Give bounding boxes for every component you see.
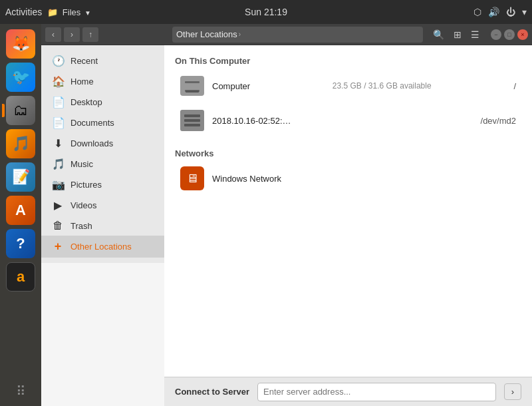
- sidebar-item-downloads[interactable]: ⬇ Downloads: [41, 133, 164, 154]
- close-button[interactable]: ×: [517, 29, 528, 40]
- music-icon: 🎵: [52, 158, 64, 170]
- home-icon: 🏠: [52, 75, 64, 88]
- windows-network-name: Windows Network: [212, 174, 281, 184]
- sidebar-item-documents[interactable]: 📄 Documents: [41, 112, 164, 133]
- power-topbar-icon[interactable]: ⏻: [506, 7, 515, 17]
- files-menu[interactable]: 📁 Files ▼: [47, 7, 91, 17]
- raid-name: 2018.10.16-02:52:…: [212, 116, 291, 126]
- window-controls: − □ ×: [491, 29, 528, 40]
- minimize-button[interactable]: −: [491, 29, 501, 40]
- on-this-computer-title: On This Computer: [175, 56, 521, 66]
- dock-files[interactable]: 🗂: [6, 96, 35, 125]
- sidebar-item-home[interactable]: 🏠 Home: [41, 71, 164, 92]
- computer-meta: 23.5 GB / 31.6 GB available: [250, 81, 513, 91]
- up-button[interactable]: ↑: [82, 27, 98, 42]
- dock-firefox[interactable]: 🦊: [6, 29, 35, 59]
- other-locations-icon: +: [52, 240, 64, 254]
- file-content-main: On This Computer Computer 23.5 GB / 31.6…: [164, 45, 532, 377]
- documents-icon: 📄: [52, 116, 64, 129]
- sidebar-item-recent[interactable]: 🕐 Recent: [41, 51, 164, 71]
- videos-icon: ▶: [52, 199, 64, 212]
- file-manager: ‹ › ↑ 🕐 Recent 🏠 Home 📄 Desktop 📄: [41, 24, 532, 406]
- location-bar[interactable]: Other Locations ›: [172, 27, 423, 43]
- connect-label: Connect to Server: [175, 387, 249, 397]
- search-button[interactable]: 🔍: [430, 28, 448, 41]
- connect-arrow-button[interactable]: ›: [504, 383, 521, 400]
- dock-rhythmbox[interactable]: 🎵: [6, 129, 35, 158]
- view-grid-button[interactable]: ⊞: [450, 28, 465, 41]
- raid-path: /dev/md2: [481, 116, 516, 126]
- sidebar-item-music[interactable]: 🎵 Music: [41, 154, 164, 174]
- windows-network-icon: 🖥: [180, 166, 204, 190]
- computer-entry[interactable]: Computer 23.5 GB / 31.6 GB available /: [175, 69, 521, 103]
- file-content: On This Computer Computer 23.5 GB / 31.6…: [164, 45, 532, 406]
- computer-path: /: [513, 81, 516, 91]
- sidebar-item-other-locations[interactable]: + Other Locations: [41, 236, 164, 258]
- sidebar-item-desktop[interactable]: 📄 Desktop: [41, 92, 164, 112]
- computer-row: Computer 23.5 GB / 31.6 GB available /: [212, 81, 516, 91]
- desktop-icon: 📄: [52, 96, 64, 108]
- windows-network-entry[interactable]: 🖥 Windows Network: [175, 161, 521, 196]
- activities-button[interactable]: Activities: [5, 7, 42, 17]
- sidebar-item-videos[interactable]: ▶ Videos: [41, 195, 164, 216]
- raid-entry[interactable]: 2018.10.16-02:52:… /dev/md2: [175, 103, 521, 138]
- main-area: 🦊 🐦 🗂 🎵 📝 A ? a ⠿: [0, 24, 532, 406]
- server-address-input[interactable]: [257, 383, 496, 401]
- networks-title: Networks: [175, 148, 521, 158]
- location-forward-icon: ›: [239, 31, 241, 38]
- raid-icon: [180, 108, 204, 132]
- maximize-button[interactable]: □: [504, 29, 515, 40]
- volume-topbar-icon[interactable]: 🔊: [488, 7, 499, 17]
- toolbar-actions: 🔍 ⊞ ☰: [430, 28, 483, 41]
- computer-name: Computer: [212, 81, 250, 91]
- connect-bar: Connect to Server ›: [164, 377, 532, 406]
- dock-appstore[interactable]: A: [6, 196, 35, 225]
- raid-row: 2018.10.16-02:52:… /dev/md2: [212, 116, 516, 126]
- topbar-left: Activities 📁 Files ▼: [5, 7, 91, 17]
- computer-icon: [180, 74, 204, 98]
- system-menu-icon[interactable]: ▾: [522, 7, 527, 17]
- sidebar-item-trash[interactable]: 🗑 Trash: [41, 216, 164, 236]
- dock-thunderbird[interactable]: 🐦: [6, 63, 35, 92]
- downloads-icon: ⬇: [52, 137, 64, 150]
- sidebar: 🕐 Recent 🏠 Home 📄 Desktop 📄 Documents ⬇: [41, 45, 164, 263]
- network-topbar-icon[interactable]: ⬡: [473, 7, 481, 17]
- topbar-clock: Sun 21:19: [245, 7, 287, 17]
- topbar: Activities 📁 Files ▼ Sun 21:19 ⬡ 🔊 ⏻ ▾: [0, 0, 532, 24]
- view-list-button[interactable]: ☰: [467, 28, 483, 41]
- dock-appgrid[interactable]: ⠿: [6, 377, 35, 406]
- recent-icon: 🕐: [52, 55, 64, 67]
- location-text: Other Locations: [176, 29, 237, 39]
- pictures-icon: 📷: [52, 178, 64, 191]
- network-icon-bg: 🖥: [180, 166, 204, 190]
- trash-icon: 🗑: [52, 220, 64, 232]
- networks-section: Networks 🖥 Windows Network: [175, 148, 521, 196]
- back-button[interactable]: ‹: [45, 27, 61, 42]
- forward-button[interactable]: ›: [64, 27, 80, 42]
- dock-help[interactable]: ?: [6, 229, 35, 258]
- dock-amazon[interactable]: a: [6, 262, 35, 292]
- windows-network-row: Windows Network: [212, 174, 516, 184]
- sidebar-item-pictures[interactable]: 📷 Pictures: [41, 174, 164, 195]
- dock-libreoffice[interactable]: 📝: [6, 162, 35, 192]
- dock: 🦊 🐦 🗂 🎵 📝 A ? a ⠿: [0, 24, 41, 406]
- topbar-right: ⬡ 🔊 ⏻ ▾: [473, 7, 527, 17]
